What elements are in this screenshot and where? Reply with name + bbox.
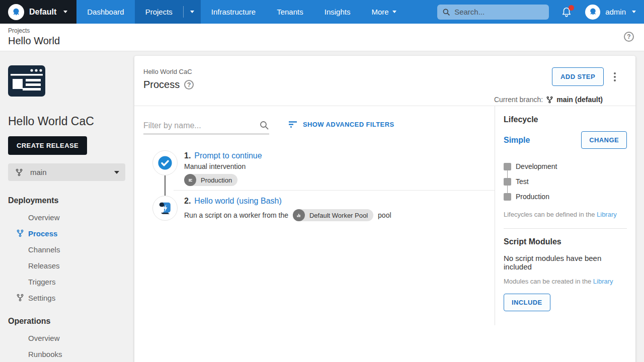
change-lifecycle-button[interactable]: CHANGE — [581, 131, 627, 149]
sidebar-section-operations: Operations — [8, 317, 126, 326]
step-2-description-prefix: Run a script on a worker from the — [184, 211, 288, 219]
library-link[interactable]: Library — [597, 211, 617, 218]
sidebar-item-releases[interactable]: Releases — [8, 257, 126, 274]
chevron-down-icon — [632, 11, 636, 13]
more-label: More — [371, 8, 388, 16]
process-card-header: Hello World CaC Process ? ADD STEP Curre… — [134, 56, 635, 106]
steps-list: 1. Prompt to continue Manual interventio… — [143, 150, 495, 221]
environment-chip-label: Production — [196, 176, 237, 184]
phase-label: Test — [516, 177, 529, 186]
nav-item-insights[interactable]: Insights — [314, 0, 361, 24]
nav-item-projects[interactable]: Projects — [135, 0, 183, 24]
notifications-button[interactable] — [561, 7, 572, 18]
sidebar-item-channels[interactable]: Channels — [8, 241, 126, 257]
show-advanced-filters-button[interactable]: SHOW ADVANCED FILTERS — [288, 121, 394, 128]
lifecycle-note: Lifecycles can be defined in the Library — [504, 211, 627, 218]
worker-pool-chip[interactable]: Default Worker Pool — [293, 209, 373, 221]
script-modules-note-text: Modules can be created in the — [504, 278, 593, 285]
project-logo-icon — [8, 65, 45, 97]
filter-by-name-input[interactable] — [143, 121, 259, 130]
check-circle-icon — [157, 155, 173, 170]
git-branch-icon — [546, 96, 553, 104]
worker-pool-icon — [293, 209, 305, 221]
nav-item-tenants[interactable]: Tenants — [266, 0, 314, 24]
search-icon — [442, 8, 450, 16]
process-help-button[interactable]: ? — [184, 80, 194, 89]
git-branch-icon — [15, 168, 23, 176]
filter-icon — [288, 121, 297, 128]
sidebar-item-settings[interactable]: Settings — [8, 290, 126, 306]
git-branch-icon — [16, 294, 25, 302]
phase-square-icon — [504, 163, 511, 170]
icon-slot — [16, 334, 25, 342]
lifecycle-note-text: Lifecycles can be defined in the — [504, 211, 597, 218]
current-branch-value: main (default) — [556, 96, 603, 104]
step-row-1: 1. Prompt to continue Manual interventio… — [143, 150, 495, 186]
lifecycle-phases: Development Test Production — [504, 159, 627, 204]
process-card: Hello World CaC Process ? ADD STEP Curre… — [134, 56, 635, 362]
nav-item-dashboard[interactable]: Dashboard — [76, 0, 134, 24]
projects-dropdown-toggle[interactable] — [184, 0, 201, 24]
step-2-status[interactable] — [152, 196, 178, 221]
script-modules-empty-message: No script modules have been included — [504, 254, 627, 271]
phase-label: Development — [516, 162, 557, 170]
nav-item-infrastructure[interactable]: Infrastructure — [201, 0, 266, 24]
worker-pool-chip-label: Default Worker Pool — [305, 212, 373, 219]
space-switcher[interactable]: Default — [0, 0, 76, 24]
filter-field — [143, 115, 269, 134]
step-1-link[interactable]: Prompt to continue — [194, 151, 262, 160]
current-branch: Current branch: main (default) — [494, 96, 603, 104]
chevron-down-icon — [392, 11, 396, 13]
include-script-module-button[interactable]: INCLUDE — [504, 294, 550, 311]
breadcrumb[interactable]: Projects — [8, 27, 644, 34]
space-label: Default — [29, 8, 56, 17]
sidebar-navigation: Deployments Overview Process Channels Re… — [8, 196, 126, 362]
script-scroll-icon — [157, 200, 173, 216]
page-help-button[interactable]: ? — [624, 32, 634, 42]
branch-selector[interactable]: main — [8, 163, 125, 181]
icon-slot — [16, 278, 25, 286]
step-1-status[interactable] — [152, 150, 178, 175]
search-input[interactable] — [454, 8, 544, 16]
top-navigation: Default Dashboard Projects Infrastructur… — [0, 0, 644, 24]
sidebar-item-runbooks[interactable]: Runbooks — [8, 346, 126, 362]
chevron-down-icon — [114, 171, 119, 174]
octopus-logo-icon — [8, 4, 24, 20]
environment-chip[interactable]: Production — [184, 174, 237, 186]
git-branch-icon — [16, 229, 25, 237]
lifecycle-heading: Lifecycle — [504, 115, 627, 124]
create-release-button[interactable]: CREATE RELEASE — [8, 136, 87, 155]
sidebar-item-label: Overview — [28, 334, 60, 342]
project-name: Hello World CaC — [8, 115, 126, 128]
global-search[interactable] — [437, 5, 549, 20]
divider — [174, 190, 495, 191]
sidebar-item-triggers[interactable]: Triggers — [8, 274, 126, 290]
sidebar-item-label: Channels — [28, 245, 60, 254]
show-advanced-filters-label: SHOW ADVANCED FILTERS — [303, 121, 394, 128]
process-steps-section: SHOW ADVANCED FILTERS 1. Prompt to conti… — [134, 106, 495, 221]
lifecycle-name-link[interactable]: Simple — [504, 136, 530, 145]
sidebar-item-process[interactable]: Process — [8, 225, 126, 241]
phase-row: Development — [504, 159, 627, 174]
icon-slot — [16, 261, 25, 269]
phase-row: Production — [504, 189, 627, 204]
library-link[interactable]: Library — [593, 278, 613, 285]
project-sidebar: Hello World CaC CREATE RELEASE main Depl… — [0, 51, 134, 362]
page-header: Projects Hello World ? — [0, 24, 644, 51]
sidebar-item-overview[interactable]: Overview — [8, 209, 126, 225]
nav-item-more[interactable]: More — [361, 0, 407, 24]
sidebar-item-operations-overview[interactable]: Overview — [8, 330, 126, 346]
sidebar-item-label: Overview — [28, 213, 60, 222]
step-number: 1. — [184, 151, 191, 160]
page-title: Hello World — [8, 35, 644, 47]
user-avatar — [585, 5, 600, 20]
sidebar-item-label: Releases — [28, 261, 60, 270]
chevron-down-icon — [63, 11, 67, 13]
branch-selector-value: main — [30, 168, 114, 176]
step-2-link[interactable]: Hello world (using Bash) — [194, 197, 281, 206]
phase-square-icon — [504, 193, 511, 201]
add-step-button[interactable]: ADD STEP — [552, 67, 604, 86]
phase-row: Test — [504, 174, 627, 189]
user-menu[interactable]: admin — [585, 5, 636, 20]
overflow-menu-button[interactable] — [612, 69, 618, 84]
